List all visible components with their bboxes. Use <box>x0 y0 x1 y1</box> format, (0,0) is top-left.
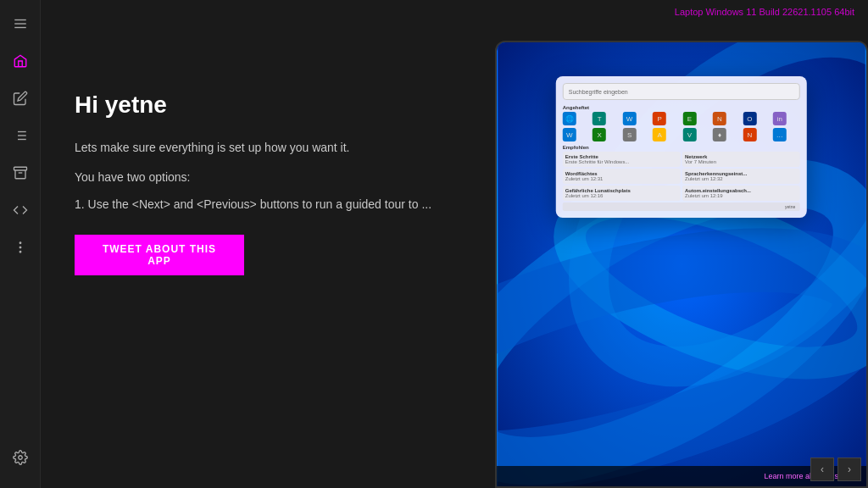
navigation-arrows: ‹ › <box>810 458 861 481</box>
step1-text: 1. Use the <Next> and <Previous> buttons… <box>75 197 444 211</box>
word2-icon: W <box>563 128 576 141</box>
tasks-icon: A <box>653 128 666 141</box>
prev-button[interactable]: ‹ <box>810 458 834 481</box>
topbar: Laptop Windows 11 Build 22621.1105 64bit <box>41 0 868 24</box>
system-info: Laptop Windows 11 Build 22621.1105 64bit <box>675 7 854 17</box>
pinned-section-label: Angeheftet <box>563 105 800 110</box>
subtitle-text: Lets make sure everything is set up how … <box>75 139 444 157</box>
rec-item-5: Gefährliche Lunatischplats Zuletzt um 12… <box>563 186 681 201</box>
word-icon: W <box>623 112 637 125</box>
main-content: Laptop Windows 11 Build 22621.1105 64bit… <box>41 0 868 488</box>
options-text: You have two options: <box>75 170 444 184</box>
linkedin-icon: in <box>773 112 787 125</box>
search-placeholder: Suchbegriffe eingeben <box>569 89 628 95</box>
rec-item-2: Netzwerk Vor 7 Minuten <box>682 152 800 167</box>
more-icon[interactable] <box>3 230 37 264</box>
excel-icon: E <box>683 112 697 125</box>
svg-point-14 <box>18 456 22 460</box>
windows-desktop: Suchbegriffe eingeben Angeheftet 🌐 T W P… <box>497 42 866 486</box>
tweet-button[interactable]: TWEET ABOUT THIS APP <box>75 235 244 275</box>
greeting-heading: Hi yetne <box>75 92 444 119</box>
next-button[interactable]: › <box>837 458 861 481</box>
list-icon[interactable] <box>3 119 37 152</box>
windows-screenshot: Suchbegriffe eingeben Angeheftet 🌐 T W P… <box>495 41 868 488</box>
onenote-icon: N <box>713 112 726 125</box>
solitaire-icon: ♦ <box>713 128 726 141</box>
sidebar-nav <box>3 7 37 441</box>
menu-icon[interactable] <box>3 7 37 41</box>
outlook-icon: O <box>743 112 756 125</box>
home-icon[interactable] <box>3 44 37 78</box>
svg-point-11 <box>19 242 21 244</box>
rec-item-1: Erste Schritte Erste Schritte für Window… <box>563 152 681 167</box>
archive-icon[interactable] <box>3 156 37 190</box>
rec-item-4: Spracherkennungseinst... Zuletzt um 12:3… <box>682 169 800 184</box>
recommended-section-label: Empfohlen <box>563 145 800 150</box>
pinned-apps-grid: 🌐 T W P E N O in W X S A V <box>563 112 800 141</box>
rec-item-3: Wordflächtes Zuletzt um 12:31 <box>563 169 681 184</box>
user-bar: yetne <box>563 202 800 211</box>
start-menu: Suchbegriffe eingeben Angeheftet 🌐 T W P… <box>556 76 807 218</box>
left-panel: Hi yetne Lets make sure everything is se… <box>41 24 478 488</box>
excel2-icon: X <box>593 128 606 141</box>
sidebar-bottom <box>3 441 37 481</box>
svg-rect-9 <box>14 167 26 170</box>
more2-icon: … <box>773 128 787 141</box>
edge-icon: 🌐 <box>563 112 576 125</box>
edit-icon[interactable] <box>3 81 37 115</box>
powerpoint-icon: P <box>653 112 666 125</box>
start-search-bar: Suchbegriffe eingeben <box>563 83 800 100</box>
settings-icon[interactable] <box>3 441 37 474</box>
right-panel: Suchbegriffe eingeben Angeheftet 🌐 T W P… <box>478 24 868 488</box>
rec-item-6: Autom.einstellungsabsch... Zuletzt um 12… <box>682 186 800 201</box>
svg-point-13 <box>19 252 21 253</box>
sidebar <box>0 0 41 488</box>
videoedit-icon: V <box>683 128 697 141</box>
code-icon[interactable] <box>3 193 37 227</box>
teams-icon: T <box>593 112 606 125</box>
news-icon: N <box>743 128 756 141</box>
content-area: Hi yetne Lets make sure everything is se… <box>41 24 868 488</box>
sharepoint-icon: S <box>623 128 637 141</box>
svg-point-12 <box>19 247 21 248</box>
